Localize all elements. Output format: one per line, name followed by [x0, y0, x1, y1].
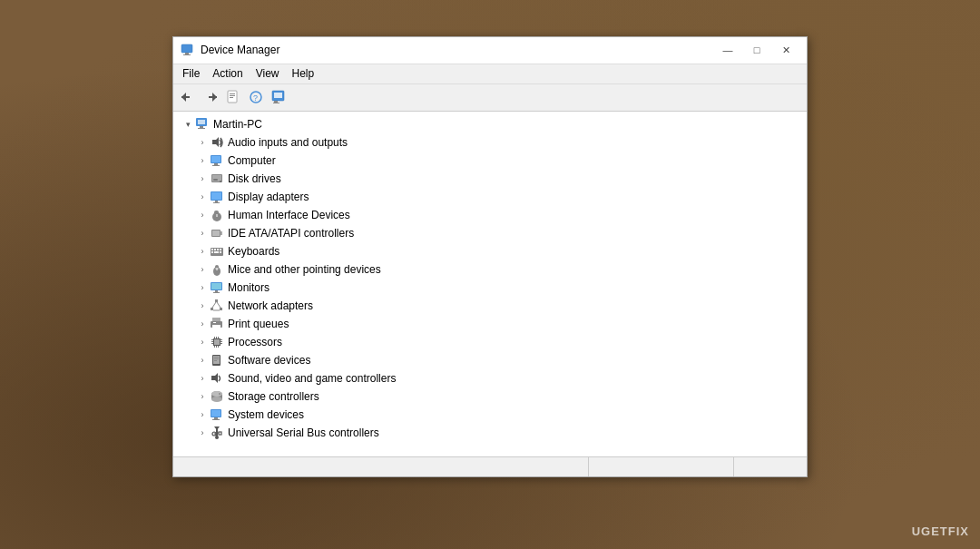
tree-item-monitors[interactable]: › Monitors — [173, 279, 807, 297]
menu-view[interactable]: View — [250, 65, 285, 82]
svg-rect-65 — [213, 322, 216, 323]
tree-item-ide[interactable]: › IDE ATA/ATAPI controllers — [173, 224, 807, 242]
menu-file[interactable]: File — [177, 65, 205, 82]
computer-expander[interactable]: › — [195, 153, 210, 168]
monitors-expander[interactable]: › — [195, 280, 210, 295]
maximize-button[interactable]: □ — [743, 41, 770, 59]
display-expander[interactable]: › — [195, 190, 210, 204]
monitors-label: Monitors — [228, 281, 270, 294]
svg-rect-54 — [215, 290, 218, 292]
tree-item-network[interactable]: › Network adapters — [173, 297, 807, 315]
svg-rect-71 — [220, 339, 222, 340]
tree-item-mice[interactable]: › Mice and other pointing devices — [173, 260, 807, 279]
tree-item-system[interactable]: › System devices — [173, 406, 807, 424]
display-icon — [210, 190, 224, 204]
svg-rect-84 — [214, 360, 217, 361]
device-tree[interactable]: ▾ Martin-PC › Audio input — [173, 112, 807, 456]
svg-rect-68 — [211, 339, 213, 340]
svg-rect-56 — [215, 299, 218, 302]
software-expander[interactable]: › — [195, 353, 210, 368]
status-right — [734, 457, 807, 476]
svg-rect-8 — [230, 93, 235, 94]
hid-label: Human Interface Devices — [228, 209, 350, 221]
tree-item-storage[interactable]: › Storage controllers — [173, 387, 807, 406]
print-expander[interactable]: › — [195, 317, 210, 331]
tree-item-software[interactable]: › Software devices — [173, 351, 807, 369]
tree-item-usb[interactable]: › Universal Serial Bus controllers — [173, 424, 807, 442]
svg-rect-72 — [220, 341, 222, 342]
svg-rect-31 — [211, 192, 221, 200]
root-expander[interactable]: ▾ — [181, 117, 195, 132]
svg-rect-16 — [274, 93, 282, 98]
svg-rect-47 — [220, 251, 221, 253]
svg-rect-39 — [220, 231, 222, 235]
svg-rect-77 — [214, 346, 215, 348]
processors-icon — [210, 335, 224, 349]
storage-expander[interactable]: › — [195, 389, 210, 404]
svg-point-89 — [211, 391, 222, 397]
sound-expander[interactable]: › — [195, 371, 210, 386]
toolbar-back-button[interactable] — [177, 87, 199, 107]
mice-expander[interactable]: › — [195, 262, 210, 277]
network-icon — [210, 299, 224, 313]
tree-item-audio[interactable]: › Audio inputs and outputs — [173, 133, 807, 152]
tree-item-display[interactable]: › Display adapters — [173, 188, 807, 206]
storage-icon — [210, 389, 224, 404]
processors-expander[interactable]: › — [195, 335, 210, 349]
svg-rect-67 — [214, 339, 220, 345]
svg-rect-55 — [213, 292, 220, 293]
sound-icon — [210, 371, 224, 386]
tree-item-processors[interactable]: › Proces — [173, 333, 807, 351]
title-bar-left: Device Manager — [181, 43, 279, 57]
svg-rect-15 — [273, 103, 279, 103]
disk-label: Disk drives — [228, 172, 281, 185]
back-icon — [181, 91, 195, 103]
toolbar-scan-button[interactable] — [268, 87, 289, 107]
svg-rect-73 — [220, 343, 222, 344]
usb-icon — [210, 426, 224, 440]
tree-item-hid[interactable]: › Human Interface Devices — [173, 206, 807, 224]
device-manager-window: Device Manager — □ ✕ File Action View He… — [172, 36, 808, 477]
menu-help[interactable]: Help — [287, 65, 320, 82]
svg-rect-6 — [209, 96, 217, 98]
svg-rect-0 — [181, 44, 192, 53]
network-label: Network adapters — [228, 299, 313, 312]
menu-action[interactable]: Action — [207, 65, 248, 82]
computer-label: Computer — [228, 154, 276, 167]
svg-marker-21 — [212, 137, 219, 147]
tree-root-item[interactable]: ▾ Martin-PC — [173, 115, 807, 133]
tree-item-disk[interactable]: › Disk drives — [173, 170, 807, 188]
tree-item-print[interactable]: › Print queues — [173, 315, 807, 333]
svg-rect-94 — [212, 419, 220, 420]
svg-rect-38 — [212, 230, 220, 236]
toolbar-update-button[interactable]: ? — [245, 87, 267, 107]
network-expander[interactable]: › — [195, 299, 210, 313]
hid-expander[interactable]: › — [195, 208, 210, 222]
usb-expander[interactable]: › — [195, 426, 210, 440]
svg-point-88 — [211, 397, 222, 402]
tree-item-computer[interactable]: › Computer — [173, 152, 807, 170]
mice-icon — [210, 262, 224, 277]
minimize-button[interactable]: — — [714, 41, 741, 59]
pc-icon — [195, 117, 210, 132]
svg-rect-64 — [212, 325, 220, 329]
ide-icon — [210, 226, 224, 240]
tree-item-keyboard[interactable]: › Keyboards — [173, 242, 807, 260]
system-expander[interactable]: › — [195, 407, 210, 422]
toolbar-forward-button[interactable] — [200, 87, 221, 107]
toolbar-properties-button[interactable] — [222, 87, 244, 107]
svg-rect-32 — [215, 201, 218, 202]
svg-marker-96 — [214, 426, 220, 430]
keyboard-expander[interactable]: › — [195, 244, 210, 259]
ide-expander[interactable]: › — [195, 226, 210, 240]
title-bar: Device Manager — □ ✕ — [173, 37, 807, 64]
svg-rect-75 — [216, 337, 217, 338]
tree-item-sound[interactable]: › Sound, video and game controllers — [173, 369, 807, 387]
close-button[interactable]: ✕ — [772, 41, 799, 59]
disk-expander[interactable]: › — [195, 172, 210, 186]
svg-rect-74 — [214, 337, 215, 338]
audio-expander[interactable]: › — [195, 135, 210, 150]
svg-rect-62 — [212, 318, 220, 321]
sound-label: Sound, video and game controllers — [228, 372, 396, 385]
svg-rect-7 — [228, 91, 237, 103]
